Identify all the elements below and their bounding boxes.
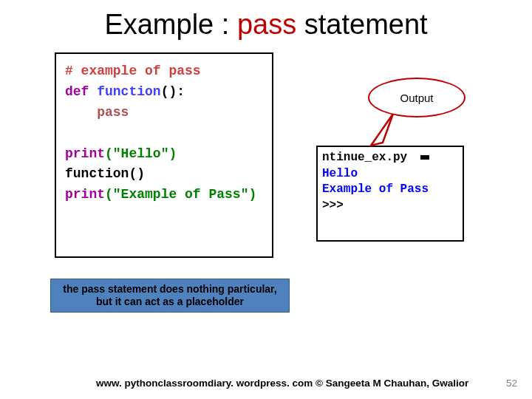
code-def-keyword: def (65, 84, 89, 99)
code-function-name: function (97, 84, 160, 99)
footer-url: www. pythonclassroomdiary. wordpress. co… (96, 378, 468, 389)
slide-title: Example : pass statement (0, 0, 532, 47)
output-line3: Example of Pass (322, 182, 458, 198)
code-call-fn: function (65, 166, 129, 181)
cursor-icon (420, 155, 429, 160)
code-print2-arg: ("Example of Pass") (105, 187, 256, 202)
output-prompt: >>> (322, 198, 458, 214)
code-print1-arg: ("Hello") (105, 146, 177, 161)
title-suffix: statement (296, 9, 427, 40)
output-line2: Hello (322, 166, 458, 183)
code-print2: print (65, 187, 105, 202)
title-prefix: Example : (104, 9, 237, 40)
page-number: 52 (506, 378, 517, 389)
title-highlight: pass (237, 9, 296, 40)
note-text: the pass statement does nothing particul… (57, 283, 283, 309)
content-area: # example of pass def function(): pass p… (0, 47, 532, 327)
note-box: the pass statement does nothing particul… (50, 279, 290, 313)
callout-tail-icon (364, 110, 408, 154)
code-call-parens: () (129, 166, 145, 181)
code-comment: # example of pass (65, 64, 201, 78)
code-box: # example of pass def function(): pass p… (55, 52, 273, 258)
code-print1: print (65, 146, 105, 161)
output-callout: Output (368, 78, 466, 117)
output-box: ntinue_ex.py Hello Example of Pass >>> (316, 146, 464, 242)
code-pass-keyword: pass (97, 105, 129, 120)
output-callout-label: Output (400, 92, 433, 104)
code-def-parens: (): (161, 84, 185, 99)
